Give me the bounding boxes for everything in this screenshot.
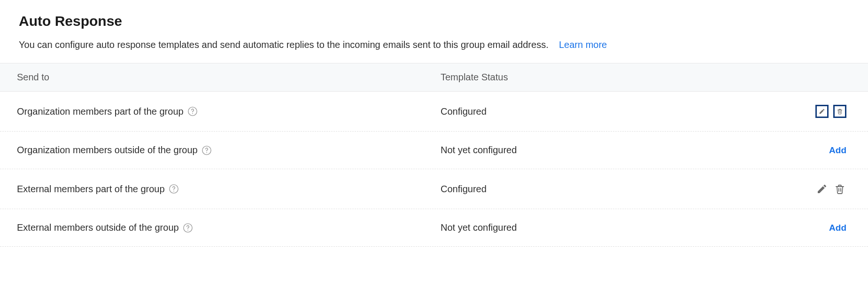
table-row: External members outside of the groupNot… (0, 209, 868, 247)
send-to-cell: External members part of the group (17, 184, 441, 195)
page-description: You can configure auto response template… (19, 38, 849, 52)
add-button[interactable]: Add (829, 223, 846, 233)
delete-icon[interactable] (833, 182, 846, 195)
learn-more-link[interactable]: Learn more (559, 39, 607, 50)
actions-cell: Add (661, 145, 851, 156)
actions-cell: Add (661, 223, 851, 233)
table-header-row: Send to Template Status (0, 63, 868, 92)
status-cell: Not yet configured (441, 222, 661, 233)
help-icon[interactable] (202, 145, 212, 156)
column-header-template-status: Template Status (441, 72, 661, 83)
help-icon[interactable] (169, 184, 179, 194)
send-to-label: Organization members part of the group (17, 106, 184, 117)
section-header: Auto Response You can configure auto res… (0, 0, 868, 63)
column-header-actions (661, 72, 851, 83)
status-cell: Not yet configured (441, 145, 661, 156)
send-to-label: External members part of the group (17, 184, 165, 195)
status-cell: Configured (441, 184, 661, 195)
actions-cell (661, 105, 851, 118)
table-row: Organization members outside of the grou… (0, 132, 868, 169)
send-to-cell: Organization members part of the group (17, 106, 441, 117)
page-title: Auto Response (19, 13, 849, 29)
edit-icon[interactable] (815, 182, 829, 195)
delete-icon[interactable] (833, 105, 846, 118)
send-to-cell: External members outside of the group (17, 222, 441, 233)
help-icon[interactable] (187, 106, 198, 117)
table-row: External members part of the groupConfig… (0, 169, 868, 209)
add-button[interactable]: Add (829, 145, 846, 156)
help-icon[interactable] (183, 223, 193, 233)
page-description-text: You can configure auto response template… (19, 39, 549, 50)
edit-icon[interactable] (815, 105, 829, 118)
send-to-label: Organization members outside of the grou… (17, 145, 198, 156)
column-header-send-to: Send to (17, 72, 441, 83)
send-to-label: External members outside of the group (17, 222, 179, 233)
actions-cell (661, 182, 851, 195)
send-to-cell: Organization members outside of the grou… (17, 145, 441, 156)
status-cell: Configured (441, 106, 661, 117)
table-row: Organization members part of the groupCo… (0, 92, 868, 132)
